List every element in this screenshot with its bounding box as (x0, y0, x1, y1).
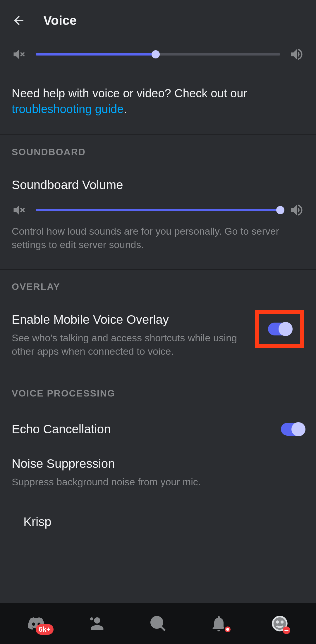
noise-suppression-block[interactable]: Noise Suppression Suppress background no… (0, 454, 316, 501)
content-scroll[interactable]: Need help with voice or video? Check out… (0, 41, 316, 603)
soundboard-slider-row (12, 197, 304, 225)
help-text: Need help with voice or video? Check out… (0, 74, 316, 134)
soundboard-volume-title: Soundboard Volume (12, 178, 304, 192)
nav-badge: 6k+ (36, 624, 54, 635)
volume-mute-icon (12, 202, 27, 218)
nav-friends[interactable] (85, 612, 109, 635)
noise-suppression-desc: Suppress background noise from your mic. (12, 475, 304, 489)
mobile-voice-overlay-row[interactable]: Enable Mobile Voice Overlay See who's ta… (0, 298, 316, 376)
echo-cancellation-title: Echo Cancellation (12, 422, 111, 436)
soundboard-volume-desc: Control how loud sounds are for you pers… (12, 225, 304, 252)
output-volume-slider[interactable] (36, 53, 280, 56)
svg-point-5 (281, 621, 283, 623)
troubleshooting-link[interactable]: troubleshooting guide (12, 103, 124, 115)
mobile-voice-overlay-title: Enable Mobile Voice Overlay (12, 313, 247, 327)
svg-line-2 (161, 626, 165, 631)
nav-servers[interactable]: 6k+ (25, 612, 48, 635)
help-suffix: . (124, 103, 127, 115)
app-header: Voice (0, 0, 316, 41)
noise-suppression-title: Noise Suppression (12, 457, 304, 471)
echo-cancellation-toggle[interactable] (281, 423, 304, 436)
soundboard-volume-block: Soundboard Volume Control how loud sound… (0, 163, 316, 269)
nav-search[interactable] (146, 612, 170, 635)
friends-icon (88, 614, 107, 633)
volume-mute-icon (12, 47, 27, 62)
mobile-voice-overlay-desc: See who's talking and access shortcuts w… (12, 331, 247, 358)
krisp-option[interactable]: Krisp (0, 500, 316, 541)
mobile-voice-overlay-toggle[interactable] (268, 323, 291, 335)
search-icon (149, 614, 167, 633)
page-title: Voice (43, 13, 77, 28)
volume-max-icon (289, 202, 304, 218)
help-prefix: Need help with voice or video? Check out… (12, 87, 247, 100)
dnd-badge (283, 626, 290, 634)
back-arrow-icon[interactable] (12, 13, 26, 27)
overlay-section-header: OVERLAY (0, 270, 316, 298)
highlight-annotation (255, 310, 304, 348)
soundboard-section-header: SOUNDBOARD (0, 135, 316, 163)
output-volume-slider-row (0, 41, 316, 74)
echo-cancellation-row[interactable]: Echo Cancellation (0, 405, 316, 454)
svg-point-0 (90, 617, 93, 621)
bottom-navbar: 6k+ (0, 603, 316, 644)
voice-processing-section-header: VOICE PROCESSING (0, 376, 316, 405)
svg-point-4 (276, 621, 278, 623)
notification-dot (224, 625, 232, 633)
nav-profile[interactable] (268, 612, 291, 635)
svg-point-1 (151, 617, 162, 628)
volume-max-icon (289, 47, 304, 62)
nav-notifications[interactable] (207, 612, 231, 635)
soundboard-volume-slider[interactable] (36, 209, 280, 211)
